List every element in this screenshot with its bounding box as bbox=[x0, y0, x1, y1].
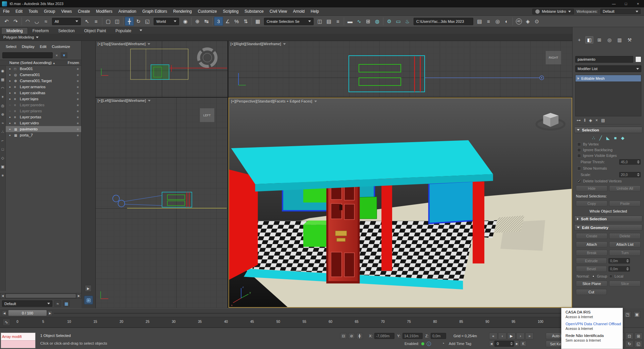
toolbar-separator[interactable] bbox=[252, 17, 252, 25]
scroll-right-icon[interactable]: ▶ bbox=[76, 293, 82, 299]
menu-item[interactable]: Substance bbox=[241, 9, 267, 14]
frozen-toggle-icon[interactable]: ∗ bbox=[76, 91, 79, 95]
angle-snap-toggle-icon[interactable]: ∠ bbox=[223, 17, 232, 26]
expand-icon[interactable] bbox=[578, 77, 579, 80]
curve-editor-icon[interactable]: ∿ bbox=[355, 17, 364, 26]
menu-item[interactable]: File bbox=[0, 9, 12, 14]
z-coordinate-field[interactable]: 0,0m bbox=[431, 333, 446, 339]
frozen-toggle-icon[interactable]: ∗ bbox=[76, 73, 79, 77]
face-subobject-icon[interactable]: ◣ bbox=[606, 135, 610, 140]
orbit-icon[interactable]: ↻ bbox=[625, 340, 634, 347]
clear-search-icon[interactable]: × bbox=[54, 53, 59, 57]
next-frame-button[interactable]: › bbox=[516, 333, 525, 339]
scene-scripts-icon[interactable]: ⊙ bbox=[532, 17, 541, 26]
edit-geometry-rollout-header[interactable]: Edit Geometry bbox=[574, 224, 642, 231]
scene-object-row[interactable]: ● ≡ Layer:vidro ∗ bbox=[6, 120, 81, 126]
frozen-toggle-icon[interactable]: ∗ bbox=[76, 85, 79, 89]
viewport-label-text[interactable]: [+][Top][Standard][Wireframe] bbox=[98, 42, 146, 46]
hide-button[interactable]: Hide bbox=[576, 185, 607, 191]
ribbon-tab[interactable]: Object Paint bbox=[79, 28, 111, 34]
menu-item[interactable]: Customize bbox=[195, 9, 220, 14]
spinner-control[interactable] bbox=[637, 160, 640, 164]
show-end-result-icon[interactable]: ‖ bbox=[584, 118, 586, 123]
scene-object-row[interactable]: ● ▦ porta_7 ∗ bbox=[6, 132, 81, 138]
time-slider-track[interactable] bbox=[54, 313, 570, 314]
viewport-label-text[interactable]: [+][Left][Standard][Wireframe] bbox=[98, 99, 146, 103]
selection-lock-toggle-button[interactable]: ⊘ bbox=[348, 333, 355, 339]
viewport-settings-icon[interactable] bbox=[314, 101, 317, 102]
go-to-start-button[interactable]: « bbox=[489, 333, 497, 339]
menu-item[interactable]: Edit bbox=[12, 9, 25, 14]
ribbon-tab[interactable]: Selection bbox=[53, 28, 79, 34]
expand-layout-icon[interactable]: ▶ bbox=[85, 285, 92, 292]
network-item[interactable]: Rede Não Identificada Sem acesso à Inter… bbox=[566, 334, 623, 342]
corner-panel-icon[interactable]: ▣ bbox=[633, 311, 641, 318]
time-slider-next-arrow[interactable]: ▶ bbox=[48, 310, 52, 316]
network-item[interactable]: OpenVPN Data Channel Offload Acesso à In… bbox=[566, 322, 623, 331]
visibility-icon[interactable]: ○ bbox=[9, 104, 12, 107]
edit-named-selection-sets-icon[interactable]: ▦ bbox=[253, 17, 262, 26]
viewcube-right[interactable]: RIGHT bbox=[549, 56, 558, 59]
polygon-modeling-panel-button[interactable]: Polygon Modeling bbox=[3, 35, 34, 39]
attach-list-button[interactable]: Attach List bbox=[609, 241, 641, 247]
modifier-stack[interactable]: Editable Mesh bbox=[575, 75, 641, 116]
scroll-left-icon[interactable]: ◀ bbox=[0, 293, 5, 299]
toolbar-separator[interactable] bbox=[123, 17, 123, 25]
ribbon-tab[interactable]: Populate bbox=[111, 28, 136, 34]
visibility-icon[interactable]: ● bbox=[9, 134, 12, 137]
reference-coordinate-dropdown[interactable]: World bbox=[154, 18, 179, 25]
ribbon-overflow-icon[interactable] bbox=[136, 26, 145, 34]
go-to-end-button[interactable]: » bbox=[525, 333, 534, 339]
turn-button[interactable]: Turn bbox=[609, 250, 641, 256]
normal-local-radio[interactable] bbox=[609, 275, 612, 278]
show-normals-checkbox[interactable] bbox=[577, 167, 581, 170]
viewport-label[interactable]: [+][Top][Standard][Wireframe] bbox=[98, 42, 150, 46]
planar-thresh-field[interactable]: 45,0 bbox=[619, 159, 641, 165]
viewcube-left[interactable]: LEFT bbox=[203, 114, 211, 117]
select-and-move-icon[interactable]: ╋ bbox=[125, 17, 134, 26]
spinner-control[interactable] bbox=[637, 173, 640, 176]
right-viewport[interactable]: RIGHT [+][Right][Standard][Wireframe] bbox=[228, 41, 572, 97]
filter-icon[interactable]: ▼ bbox=[61, 52, 67, 58]
explorer-menu-item[interactable]: Select bbox=[3, 44, 19, 49]
slice-plane-button[interactable]: Slice Plane bbox=[576, 281, 607, 287]
visibility-icon[interactable]: ● bbox=[9, 67, 12, 70]
maxscript-mini-listener[interactable]: Array modifi bbox=[1, 333, 36, 348]
normal-group-radio[interactable] bbox=[592, 275, 595, 278]
viewport-label[interactable]: [+][Perspective][Standard][Facets + Edge… bbox=[231, 99, 317, 103]
mirror-icon[interactable]: ◫ bbox=[315, 17, 324, 26]
bevel-button[interactable]: Bevel bbox=[576, 266, 607, 272]
scene-object-row[interactable]: ● ⊕ Camera001.Target ∗ bbox=[6, 78, 81, 84]
create-button[interactable]: Create bbox=[576, 233, 607, 239]
copy-button[interactable]: Copy bbox=[576, 200, 607, 207]
toggle-ribbon-icon[interactable]: ▬ bbox=[345, 17, 355, 26]
extrude-button[interactable]: Extrude bbox=[576, 258, 607, 264]
visibility-icon[interactable]: ● bbox=[9, 85, 12, 89]
toolbar-separator[interactable] bbox=[513, 17, 513, 25]
soft-selection-rollout-header[interactable]: Soft Selection bbox=[574, 216, 642, 222]
viewport-settings-icon[interactable] bbox=[148, 100, 151, 102]
selection-filter-dropdown[interactable]: All bbox=[52, 18, 81, 25]
viewport-label[interactable]: [+][Right][Standard][Wireframe] bbox=[230, 42, 286, 46]
object-name-field[interactable]: pavimento bbox=[575, 56, 633, 63]
select-and-link-icon[interactable]: ◠ bbox=[23, 17, 32, 26]
unlink-selection-icon[interactable]: ◡ bbox=[32, 17, 41, 26]
corner-grid-icon[interactable]: ◳ bbox=[624, 311, 631, 318]
make-unique-icon[interactable]: ◈ bbox=[589, 118, 592, 123]
isolate-selection-icon[interactable]: ◎ bbox=[493, 17, 502, 26]
spinner-control[interactable] bbox=[510, 342, 513, 345]
visibility-icon[interactable]: ● bbox=[9, 98, 12, 101]
layout-tab-icon[interactable]: ⊞ bbox=[84, 296, 93, 304]
visibility-icon[interactable]: ● bbox=[9, 128, 12, 131]
edge-subobject-icon[interactable]: ╱ bbox=[599, 135, 602, 140]
redo-icon[interactable]: ↷ bbox=[11, 17, 20, 26]
right-viewport-canvas[interactable]: RIGHT bbox=[228, 41, 572, 97]
toggle-layer-explorer-icon[interactable]: ≡ bbox=[333, 17, 342, 26]
bind-to-space-warp-icon[interactable]: ≈ bbox=[41, 17, 50, 26]
current-frame-field[interactable]: 0 bbox=[494, 341, 514, 347]
perspective-viewport[interactable]: z x y z [+][Perspective][Standard][Facet… bbox=[228, 98, 572, 308]
spinner-snap-toggle-icon[interactable]: ⇅ bbox=[241, 17, 250, 26]
menu-item[interactable]: Tools bbox=[25, 9, 41, 14]
key-mode-toggle-button[interactable]: K bbox=[520, 341, 527, 347]
visibility-icon[interactable]: ● bbox=[9, 79, 12, 82]
